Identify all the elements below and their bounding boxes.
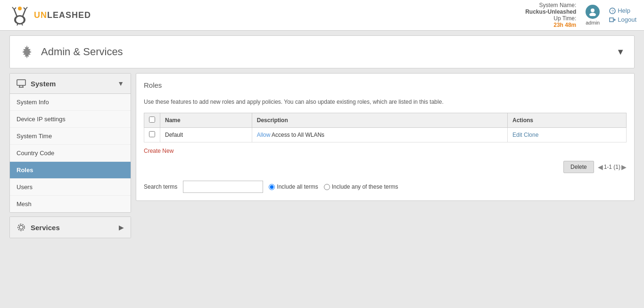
monitor-icon xyxy=(17,79,26,88)
action-clone-link[interactable]: Clone xyxy=(524,132,538,138)
radio-include-all-option[interactable]: Include all terms xyxy=(269,183,318,190)
page-title: Admin & Services xyxy=(41,46,123,58)
svg-point-22 xyxy=(19,225,23,229)
header-description-col: Description xyxy=(252,113,507,128)
admin-avatar xyxy=(586,5,600,19)
services-section-header[interactable]: Services ▶ xyxy=(10,217,131,238)
system-name-value: Ruckus-Unleashed xyxy=(525,8,576,15)
roles-table-head: Name Description Actions xyxy=(144,113,627,128)
svg-rect-15 xyxy=(610,18,613,22)
services-section-title: Services xyxy=(31,224,60,232)
system-section-title: System xyxy=(31,80,56,88)
header-name-col: Name xyxy=(160,113,252,128)
prev-page-arrow[interactable]: ◀ xyxy=(598,163,603,171)
radio-include-all-label: Include all terms xyxy=(277,183,318,190)
system-name-label: System Name: xyxy=(525,2,576,8)
roles-panel: Roles Use these features to add new role… xyxy=(136,73,635,201)
sidebar: System ▼ System InfoDevice IP settingsSy… xyxy=(9,73,131,242)
svg-rect-18 xyxy=(17,80,25,85)
pagination-text: 1-1 (1) xyxy=(604,164,620,170)
logo-leashed: LEASHED xyxy=(47,10,91,20)
system-name-text: System Name: Ruckus-Unleashed xyxy=(525,2,576,15)
row-name: Default xyxy=(160,128,252,142)
uptime-value: 23h 48m xyxy=(553,22,576,28)
svg-line-4 xyxy=(14,8,16,9)
action-edit-link[interactable]: Edit xyxy=(512,132,522,138)
radio-include-all[interactable] xyxy=(269,184,275,190)
collapse-arrow[interactable]: ▼ xyxy=(616,47,625,57)
radio-include-any[interactable] xyxy=(324,184,330,190)
main-content: System ▼ System InfoDevice IP settingsSy… xyxy=(9,73,635,242)
roles-header-row: Name Description Actions xyxy=(144,113,627,128)
system-section-header[interactable]: System ▼ xyxy=(10,74,131,94)
system-expand-arrow: ▼ xyxy=(117,80,124,87)
select-all-checkbox[interactable] xyxy=(149,117,155,123)
page-header: Admin & Services ▼ xyxy=(9,35,635,68)
sidebar-item-country-code[interactable]: Country Code xyxy=(10,145,131,162)
sidebar-item-system-time[interactable]: System Time xyxy=(10,128,131,145)
svg-point-23 xyxy=(18,224,25,231)
services-icon xyxy=(17,223,26,232)
svg-point-8 xyxy=(18,7,22,10)
page-header-left: Admin & Services xyxy=(19,44,123,59)
roles-panel-title: Roles xyxy=(144,81,627,93)
uptime-label: Up Time: xyxy=(525,15,576,22)
table-row: DefaultAllow Access to All WLANsEdit Clo… xyxy=(144,128,627,142)
svg-text:?: ? xyxy=(611,9,614,14)
svg-line-7 xyxy=(24,8,25,9)
top-right-area: System Name: Ruckus-Unleashed Up Time: 2… xyxy=(525,2,636,28)
svg-point-1 xyxy=(16,17,24,23)
sidebar-item-system-info[interactable]: System Info xyxy=(10,94,131,111)
delete-button[interactable]: Delete xyxy=(563,161,594,173)
svg-line-5 xyxy=(23,9,25,17)
svg-line-2 xyxy=(14,9,17,17)
logout-link[interactable]: Logout xyxy=(609,16,636,23)
header-actions-col: Actions xyxy=(507,113,626,128)
uptime-text: Up Time: 23h 48m xyxy=(525,15,576,28)
help-label: Help xyxy=(618,7,630,14)
svg-point-11 xyxy=(591,8,594,12)
system-header-left: System xyxy=(17,79,56,88)
roles-table-body: DefaultAllow Access to All WLANsEdit Clo… xyxy=(144,128,627,142)
sidebar-item-mesh[interactable]: Mesh xyxy=(10,196,131,212)
top-nav: UNLEASHED System Name: Ruckus-Unleashed … xyxy=(0,0,644,31)
search-input[interactable] xyxy=(183,181,263,193)
user-icon xyxy=(588,8,597,16)
services-header-left: Services xyxy=(17,223,60,232)
create-new-link[interactable]: Create New xyxy=(144,148,173,154)
table-bottom-bar: Delete ◀ 1-1 (1) ▶ xyxy=(144,161,627,173)
admin-label: admin xyxy=(586,20,600,25)
radio-include-any-option[interactable]: Include any of these terms xyxy=(324,183,398,190)
logo-area: UNLEASHED xyxy=(8,5,91,25)
radio-include-any-label: Include any of these terms xyxy=(332,183,398,190)
roles-description: Use these features to add new roles and … xyxy=(144,98,627,106)
nav-links: ? Help Logout xyxy=(609,7,636,23)
system-items-list: System InfoDevice IP settingsSystem Time… xyxy=(10,94,131,212)
logo-un: UN xyxy=(34,10,47,20)
sidebar-item-roles[interactable]: Roles xyxy=(10,162,131,179)
pagination: ◀ 1-1 (1) ▶ xyxy=(598,163,627,171)
roles-table: Name Description Actions DefaultAllow Ac… xyxy=(144,113,627,142)
help-link[interactable]: ? Help xyxy=(609,7,636,14)
admin-area: admin xyxy=(586,5,600,25)
services-section: Services ▶ xyxy=(9,216,131,238)
header-checkbox-col xyxy=(144,113,160,128)
logo-text: UNLEASHED xyxy=(34,10,91,20)
search-bar: Search terms Include all terms Include a… xyxy=(144,181,627,193)
help-icon: ? xyxy=(609,8,616,14)
ruckus-logo xyxy=(8,5,32,25)
sidebar-item-users[interactable]: Users xyxy=(10,179,131,196)
row-actions: Edit Clone xyxy=(507,128,626,142)
logout-icon xyxy=(609,17,616,23)
svg-point-12 xyxy=(589,13,596,16)
search-label: Search terms xyxy=(144,183,177,190)
sidebar-item-device-ip-settings[interactable]: Device IP settings xyxy=(10,111,131,128)
logout-label: Logout xyxy=(618,16,636,23)
row-checkbox[interactable] xyxy=(149,131,155,137)
system-section: System ▼ System InfoDevice IP settingsSy… xyxy=(9,73,131,213)
gear-icon xyxy=(19,44,34,59)
services-expand-arrow: ▶ xyxy=(119,224,124,231)
system-info-display: System Name: Ruckus-Unleashed Up Time: 2… xyxy=(525,2,576,28)
next-page-arrow[interactable]: ▶ xyxy=(621,163,627,171)
row-description: Allow Access to All WLANs xyxy=(252,128,507,142)
